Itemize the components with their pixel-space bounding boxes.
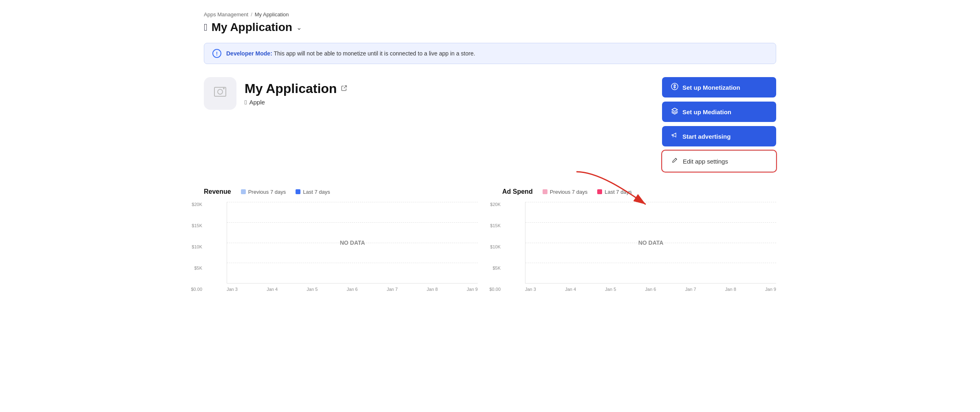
platform-name: Apple [249, 99, 265, 106]
revenue-chart-header: Revenue Previous 7 days Last 7 days [204, 188, 478, 195]
breadcrumb-separator: / [251, 11, 252, 18]
revenue-x-labels: Jan 3 Jan 4 Jan 5 Jan 6 Jan 7 Jan 8 Jan … [227, 287, 478, 292]
charts-section: Revenue Previous 7 days Last 7 days $20K… [204, 188, 776, 292]
revenue-y-labels: $20K $15K $10K $5K $0.00 [183, 202, 202, 292]
revenue-chart-title: Revenue [204, 188, 231, 195]
banner-text: Developer Mode: This app will not be abl… [226, 50, 475, 57]
action-buttons: Set up Monetization Set up Mediation [662, 77, 776, 172]
edit-icon [671, 157, 679, 166]
layers-icon [671, 107, 678, 116]
apple-icon:  [204, 22, 207, 33]
svg-point-1 [218, 89, 223, 94]
ad-spend-legend-last: Last 7 days [597, 189, 632, 195]
chevron-down-icon[interactable]: ⌄ [296, 24, 302, 31]
app-name-row: My Application [245, 81, 347, 96]
mediation-label: Set up Mediation [682, 109, 731, 115]
dollar-icon [671, 83, 678, 92]
info-icon: ! [212, 49, 221, 58]
breadcrumb-parent-link[interactable]: Apps Management [204, 11, 248, 18]
revenue-last-label: Last 7 days [303, 189, 330, 195]
revenue-last-dot [296, 189, 300, 194]
revenue-prev-label: Previous 7 days [248, 189, 286, 195]
start-advertising-button[interactable]: Start advertising [662, 126, 776, 146]
ad-spend-prev-label: Previous 7 days [550, 189, 588, 195]
ad-spend-chart-area: NO DATA [525, 202, 776, 284]
revenue-legend-last: Last 7 days [296, 189, 330, 195]
app-name: My Application [245, 81, 337, 96]
ad-spend-prev-dot [543, 189, 547, 194]
ad-spend-legend-previous: Previous 7 days [543, 189, 588, 195]
app-header-section: My Application  Apple [204, 77, 776, 172]
revenue-no-data: NO DATA [340, 239, 365, 246]
revenue-prev-dot [241, 189, 246, 194]
app-icon-box [204, 77, 236, 110]
setup-monetization-button[interactable]: Set up Monetization [662, 77, 776, 97]
ad-spend-chart: Ad Spend Previous 7 days Last 7 days $20… [502, 188, 776, 292]
revenue-chart: Revenue Previous 7 days Last 7 days $20K… [204, 188, 478, 292]
app-info: My Application  Apple [204, 77, 347, 110]
app-icon-placeholder [213, 85, 227, 102]
ad-spend-no-data: NO DATA [638, 239, 664, 246]
revenue-chart-area: NO DATA [227, 202, 478, 284]
revenue-legend-previous: Previous 7 days [241, 189, 286, 195]
ad-spend-x-labels: Jan 3 Jan 4 Jan 5 Jan 6 Jan 7 Jan 8 Jan … [525, 287, 776, 292]
external-link-icon[interactable] [341, 85, 347, 93]
banner-label: Developer Mode: [226, 50, 272, 57]
page-title-row:  My Application ⌄ [204, 21, 776, 34]
developer-mode-banner: ! Developer Mode: This app will not be a… [204, 43, 776, 64]
platform-apple-icon:  [245, 99, 247, 106]
app-platform-row:  Apple [245, 99, 347, 106]
ad-spend-y-labels: $20K $15K $10K $5K $0.00 [481, 202, 501, 292]
svg-point-2 [223, 88, 225, 89]
ad-spend-chart-header: Ad Spend Previous 7 days Last 7 days [502, 188, 776, 195]
page-title: My Application [212, 21, 292, 34]
breadcrumb: Apps Management / My Application [204, 11, 776, 18]
setup-mediation-button[interactable]: Set up Mediation [662, 102, 776, 122]
ad-spend-last-dot [597, 189, 602, 194]
ad-spend-last-label: Last 7 days [605, 189, 632, 195]
monetization-label: Set up Monetization [682, 84, 740, 91]
megaphone-icon [671, 132, 678, 141]
advertising-label: Start advertising [682, 133, 731, 140]
ad-spend-chart-title: Ad Spend [502, 188, 533, 195]
edit-app-settings-button[interactable]: Edit app settings [662, 151, 776, 172]
edit-settings-label: Edit app settings [683, 158, 728, 165]
app-name-area: My Application  Apple [245, 81, 347, 106]
breadcrumb-current: My Application [255, 11, 289, 18]
